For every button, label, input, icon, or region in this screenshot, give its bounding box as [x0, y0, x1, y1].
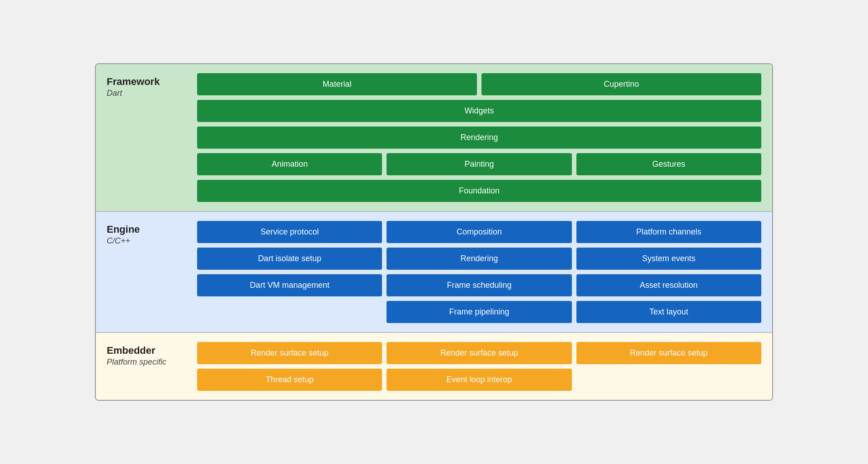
embedder-title: Embedder [107, 345, 188, 356]
framework-content: Material Cupertino Widgets Rendering Ani… [197, 73, 761, 202]
dart-isolate-setup-box: Dart isolate setup [197, 248, 382, 270]
platform-channels-box: Platform channels [576, 221, 761, 243]
frame-scheduling-box: Frame scheduling [387, 274, 571, 296]
embedder-label: Embedder Platform specific [107, 342, 197, 391]
framework-title: Framework [107, 76, 188, 88]
embedder-section: Embedder Platform specific Render surfac… [96, 333, 772, 400]
engine-rendering-box: Rendering [387, 248, 571, 270]
embedder-content: Render surface setup Render surface setu… [197, 342, 761, 391]
gestures-box: Gestures [576, 153, 761, 175]
foundation-box: Foundation [197, 180, 761, 202]
thread-setup-box: Thread setup [197, 369, 382, 391]
painting-box: Painting [387, 153, 571, 175]
engine-label: Engine C/C++ [107, 221, 197, 323]
embedder-row-2: Thread setup Event loop interop [197, 369, 761, 391]
framework-row-5: Foundation [197, 180, 761, 202]
framework-sublabel: Dart [107, 89, 188, 98]
widgets-box: Widgets [197, 100, 761, 122]
framework-section: Framework Dart Material Cupertino Widget… [96, 64, 772, 212]
material-box: Material [197, 73, 477, 95]
render-surface-setup-3: Render surface setup [576, 342, 761, 364]
rendering-box: Rendering [197, 127, 761, 149]
embedder-sublabel: Platform specific [107, 357, 188, 367]
asset-resolution-box: Asset resolution [576, 274, 761, 296]
composition-box: Composition [387, 221, 571, 243]
engine-sublabel: C/C++ [107, 236, 188, 246]
engine-content: Service protocol Composition Platform ch… [197, 221, 761, 323]
frame-pipelining-box: Frame pipelining [387, 301, 571, 323]
text-layout-box: Text layout [576, 301, 761, 323]
engine-grid: Service protocol Composition Platform ch… [197, 221, 761, 323]
animation-box: Animation [197, 153, 382, 175]
system-events-box: System events [576, 248, 761, 270]
framework-row-1: Material Cupertino [197, 73, 761, 95]
dart-vm-management-box: Dart VM management [197, 274, 382, 296]
service-protocol-box: Service protocol [197, 221, 382, 243]
flutter-architecture-diagram: Framework Dart Material Cupertino Widget… [95, 63, 773, 401]
framework-row-2: Widgets [197, 100, 761, 122]
framework-row-4: Animation Painting Gestures [197, 153, 761, 175]
cupertino-box: Cupertino [481, 73, 761, 95]
engine-section: Engine C/C++ Service protocol Compositio… [96, 212, 772, 333]
framework-label: Framework Dart [107, 73, 197, 202]
framework-row-3: Rendering [197, 127, 761, 149]
event-loop-interop-box: Event loop interop [387, 369, 571, 391]
render-surface-setup-1: Render surface setup [197, 342, 382, 364]
embedder-row-1: Render surface setup Render surface setu… [197, 342, 761, 364]
render-surface-setup-2: Render surface setup [387, 342, 571, 364]
engine-title: Engine [107, 224, 188, 235]
